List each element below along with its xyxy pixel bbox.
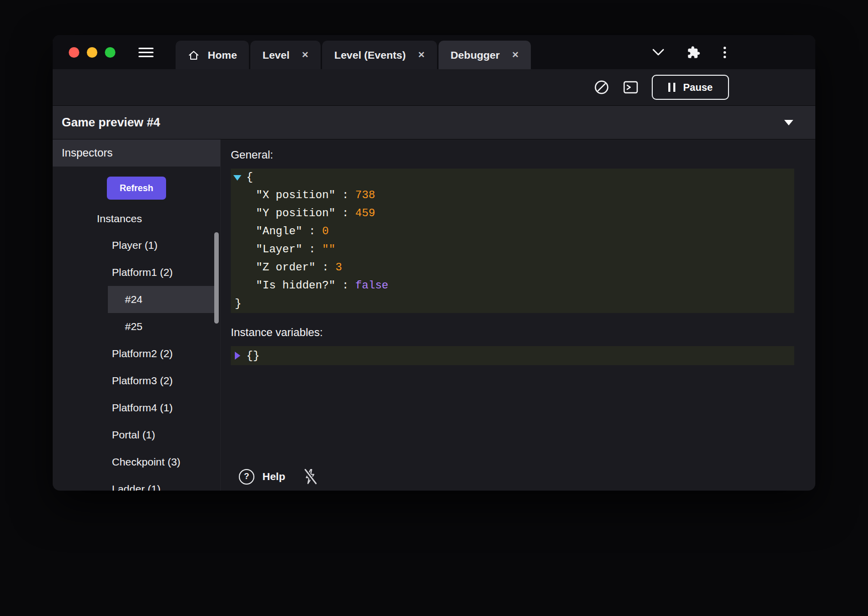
traffic-light-zoom[interactable] — [105, 47, 115, 58]
json-property-row: "Y position" : 459 — [231, 205, 794, 223]
sidebar-item-portal[interactable]: Portal (1) — [108, 421, 214, 448]
json-key: "X position" — [256, 189, 335, 202]
sidebar-scrollbar-thumb[interactable] — [214, 232, 219, 324]
pause-icon — [668, 83, 675, 92]
sidebar-item-label: Platform2 (2) — [112, 348, 173, 360]
instances-section-label: Instances — [97, 213, 220, 225]
sidebar-title: Inspectors — [62, 146, 113, 160]
instances-list: Player (1) Platform1 (2) #24 #25 Platfor… — [108, 232, 214, 491]
instance-variables-view: {} — [231, 346, 794, 365]
tab-level[interactable]: Level ✕ — [250, 41, 321, 69]
sidebar-item-label: Player (1) — [112, 239, 158, 251]
tab-label: Level — [262, 49, 290, 61]
tab-debugger[interactable]: Debugger ✕ — [439, 41, 531, 69]
json-open-brace: { — [246, 169, 253, 187]
collapse-expanded-triangle-icon[interactable] — [233, 175, 241, 181]
json-separator: : — [302, 225, 322, 238]
flash-off-icon[interactable] — [303, 469, 318, 485]
sidebar-item-label: #25 — [125, 321, 142, 333]
close-icon[interactable]: ✕ — [302, 50, 309, 60]
json-key: "Z order" — [256, 261, 316, 274]
json-value: 3 — [335, 261, 342, 274]
sidebar-item-label: Platform4 (1) — [112, 402, 173, 414]
tab-level-events[interactable]: Level (Events) ✕ — [322, 41, 437, 69]
json-value: 0 — [322, 225, 329, 238]
hamburger-menu-icon[interactable] — [138, 48, 154, 57]
json-separator: : — [335, 189, 355, 202]
sidebar-item-platform2[interactable]: Platform2 (2) — [108, 340, 214, 367]
sidebar-item-label: Platform3 (2) — [112, 375, 173, 387]
json-key: "Angle" — [256, 225, 302, 238]
tab-label: Debugger — [451, 49, 500, 61]
inspectors-sidebar: Inspectors Refresh Instances Player (1) … — [53, 139, 221, 491]
json-separator: : — [335, 207, 355, 220]
game-preview-selector[interactable]: Game preview #4 — [53, 105, 815, 139]
console-icon[interactable] — [623, 80, 639, 95]
home-icon — [188, 49, 200, 61]
extensions-puzzle-icon[interactable] — [687, 46, 700, 59]
tab-label: Home — [208, 49, 237, 61]
traffic-light-minimize[interactable] — [87, 47, 97, 58]
sidebar-item-label: #24 — [125, 293, 142, 305]
dropdown-arrow-icon[interactable] — [784, 120, 793, 125]
sidebar-item-instance-24[interactable]: #24 — [108, 286, 214, 313]
traffic-light-close[interactable] — [69, 47, 79, 58]
json-separator: : — [316, 261, 336, 274]
close-icon[interactable]: ✕ — [512, 50, 519, 60]
json-property-row: "X position" : 738 — [231, 187, 794, 205]
profiler-icon[interactable] — [594, 79, 610, 95]
general-section-label: General: — [231, 148, 794, 162]
tabbar-right-controls — [652, 46, 727, 59]
sidebar-item-label: Ladder (1) — [112, 483, 161, 491]
json-separator: : — [335, 279, 355, 292]
inspector-panel: General: { "X position" : 738 "Y positio… — [221, 139, 815, 491]
sidebar-item-platform1[interactable]: Platform1 (2) — [108, 259, 214, 286]
tab-home[interactable]: Home — [176, 41, 249, 69]
json-property-row: "Layer" : "" — [231, 241, 794, 259]
sidebar-item-player[interactable]: Player (1) — [108, 232, 214, 259]
help-row: ? Help — [239, 469, 318, 485]
json-property-row: "Angle" : 0 — [231, 223, 794, 241]
help-link[interactable]: ? Help — [239, 469, 285, 485]
game-preview-title: Game preview #4 — [62, 115, 160, 129]
json-value: 459 — [355, 207, 375, 220]
close-icon[interactable]: ✕ — [418, 50, 425, 60]
pause-label: Pause — [683, 82, 713, 93]
tab-label: Level (Events) — [334, 49, 405, 61]
debugger-toolbar: Pause — [53, 69, 815, 105]
sidebar-item-ladder[interactable]: Ladder (1) — [108, 476, 214, 491]
traffic-lights — [69, 47, 115, 58]
instance-variables-label: Instance variables: — [231, 326, 794, 339]
app-window: Home Level ✕ Level (Events) ✕ Debugger ✕ — [53, 35, 815, 491]
content-area: Inspectors Refresh Instances Player (1) … — [53, 139, 815, 491]
tab-bar: Home Level ✕ Level (Events) ✕ Debugger ✕ — [53, 35, 815, 69]
expand-collapsed-triangle-icon[interactable] — [235, 352, 240, 360]
json-close-row: } — [231, 295, 794, 313]
json-close-brace: } — [235, 297, 241, 310]
help-label: Help — [262, 471, 285, 483]
chevron-down-icon[interactable] — [652, 48, 665, 56]
json-property-row: "Z order" : 3 — [231, 259, 794, 277]
kebab-menu-icon[interactable] — [722, 46, 727, 59]
sidebar-item-label: Checkpoint (3) — [112, 456, 181, 468]
json-key: "Y position" — [256, 207, 335, 220]
json-key: "Is hidden?" — [256, 279, 335, 292]
tab-strip: Home Level ✕ Level (Events) ✕ Debugger ✕ — [176, 41, 531, 69]
general-json-view: { "X position" : 738 "Y position" : 459 … — [231, 169, 794, 313]
sidebar-item-platform3[interactable]: Platform3 (2) — [108, 367, 214, 394]
sidebar-item-label: Portal (1) — [112, 429, 155, 441]
json-value: "" — [322, 243, 335, 256]
sidebar-item-instance-25[interactable]: #25 — [108, 313, 214, 340]
json-property-row: "Is hidden?" : false — [231, 277, 794, 295]
sidebar-item-checkpoint[interactable]: Checkpoint (3) — [108, 448, 214, 476]
instance-variables-value: {} — [246, 350, 259, 362]
refresh-button[interactable]: Refresh — [107, 177, 166, 200]
sidebar-item-label: Platform1 (2) — [112, 266, 173, 278]
json-open-row: { — [231, 169, 794, 187]
sidebar-header: Inspectors — [53, 139, 220, 167]
pause-button[interactable]: Pause — [652, 75, 729, 100]
json-value: 738 — [355, 189, 375, 202]
help-icon: ? — [239, 469, 254, 485]
sidebar-item-platform4[interactable]: Platform4 (1) — [108, 394, 214, 421]
json-value: false — [355, 279, 388, 292]
